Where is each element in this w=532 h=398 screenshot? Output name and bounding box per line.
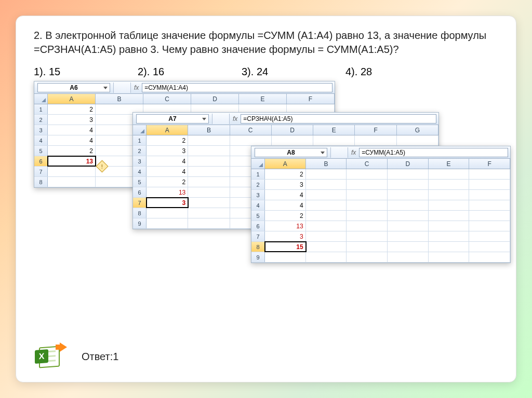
row-header[interactable]: 7 [251, 231, 265, 241]
excel-app-icon[interactable]: X [34, 342, 66, 370]
cell[interactable] [188, 208, 230, 218]
col-header-B[interactable]: B [306, 159, 347, 169]
col-header-E[interactable]: E [239, 94, 287, 104]
col-header-C[interactable]: C [230, 125, 272, 135]
col-header-D[interactable]: D [272, 125, 313, 135]
col-header-B[interactable]: B [96, 94, 143, 104]
col-header-D[interactable]: D [191, 94, 239, 104]
cell[interactable] [469, 200, 510, 210]
row-header[interactable]: 6 [133, 187, 147, 197]
row-header[interactable]: 6 [251, 221, 265, 231]
row-header[interactable]: 2 [34, 115, 48, 125]
cell[interactable] [306, 211, 347, 221]
col-header-F[interactable]: F [469, 159, 510, 169]
cell[interactable] [469, 190, 510, 200]
cell[interactable] [388, 211, 429, 221]
cell[interactable]: 2 [265, 211, 306, 221]
col-header-D[interactable]: D [388, 159, 429, 169]
cell[interactable] [306, 231, 347, 241]
col-header-G[interactable]: G [397, 125, 438, 135]
cell[interactable] [469, 211, 510, 221]
row-header[interactable]: 8 [251, 242, 265, 252]
cell[interactable] [388, 190, 429, 200]
row-header[interactable]: 3 [133, 156, 147, 166]
cell[interactable]: 4 [147, 156, 188, 166]
cell[interactable] [388, 252, 429, 262]
cell[interactable] [347, 211, 388, 221]
row-header[interactable]: 1 [133, 135, 147, 145]
cell[interactable] [429, 242, 470, 252]
row-header[interactable]: 2 [133, 146, 147, 156]
cell[interactable]: 2 [48, 104, 96, 114]
cell[interactable] [48, 167, 96, 176]
row-header[interactable]: 6 [34, 156, 48, 166]
row-header[interactable]: 9 [133, 218, 147, 228]
row-header[interactable]: 4 [34, 135, 48, 145]
cell[interactable]: 13 [147, 187, 188, 197]
name-box[interactable]: A8 [255, 148, 327, 157]
cell[interactable] [347, 231, 388, 241]
row-header[interactable]: 9 [251, 252, 265, 262]
row-header[interactable]: 1 [34, 104, 48, 114]
cell[interactable] [265, 252, 306, 262]
col-header-E[interactable]: E [313, 125, 355, 135]
cell[interactable] [469, 242, 510, 252]
row-header[interactable]: 5 [133, 177, 147, 187]
cell[interactable] [388, 242, 429, 252]
cell[interactable] [306, 169, 347, 179]
cell[interactable] [397, 135, 438, 145]
cell[interactable] [388, 169, 429, 179]
cell[interactable] [188, 187, 230, 197]
row-header[interactable]: 2 [251, 180, 265, 189]
cell[interactable]: 2 [147, 177, 188, 187]
name-box[interactable]: A7 [136, 114, 209, 123]
cell[interactable] [306, 180, 347, 189]
cell[interactable] [429, 211, 470, 221]
cell[interactable]: 3 [265, 231, 306, 241]
cell[interactable]: 4 [265, 190, 306, 200]
cell[interactable]: 3 [147, 198, 188, 208]
cell[interactable] [429, 221, 470, 231]
cell[interactable]: 4 [48, 135, 96, 145]
cell[interactable] [306, 200, 347, 210]
row-header[interactable]: 8 [34, 177, 48, 187]
select-all-corner[interactable] [34, 94, 48, 104]
cell[interactable] [188, 135, 230, 145]
formula-input[interactable]: =СУММ(A1:A4) [142, 83, 332, 92]
cell[interactable] [272, 135, 313, 145]
row-header[interactable]: 4 [133, 167, 147, 176]
col-header-F[interactable]: F [355, 125, 396, 135]
cell[interactable]: 13 [48, 156, 96, 166]
row-header[interactable]: 8 [133, 208, 147, 218]
formula-input[interactable]: =СУММ(A1:A5) [359, 148, 508, 157]
cell[interactable] [306, 252, 347, 262]
cell[interactable]: 2 [48, 146, 96, 156]
cell[interactable] [469, 169, 510, 179]
cell[interactable] [355, 135, 396, 145]
cell[interactable] [188, 198, 230, 208]
cell[interactable] [347, 200, 388, 210]
cell[interactable] [147, 208, 188, 218]
row-header[interactable]: 1 [251, 169, 265, 179]
cell[interactable] [469, 180, 510, 189]
cell[interactable]: 3 [265, 180, 306, 189]
cell[interactable] [347, 242, 388, 252]
cell[interactable]: 13 [265, 221, 306, 231]
select-all-corner[interactable] [133, 125, 147, 135]
cell[interactable] [347, 252, 388, 262]
cell[interactable] [388, 231, 429, 241]
row-header[interactable]: 3 [251, 190, 265, 200]
cell[interactable]: 4 [147, 167, 188, 176]
cell[interactable] [469, 221, 510, 231]
cell[interactable] [306, 221, 347, 231]
cell[interactable] [429, 231, 470, 241]
cell[interactable] [188, 177, 230, 187]
row-header[interactable]: 7 [34, 167, 48, 176]
cell[interactable] [469, 252, 510, 262]
name-box[interactable]: A6 [37, 83, 110, 92]
col-header-C[interactable]: C [347, 159, 388, 169]
row-header[interactable]: 5 [251, 211, 265, 221]
cell[interactable] [429, 200, 470, 210]
cell[interactable]: 3 [48, 115, 96, 125]
select-all-corner[interactable] [251, 159, 265, 169]
